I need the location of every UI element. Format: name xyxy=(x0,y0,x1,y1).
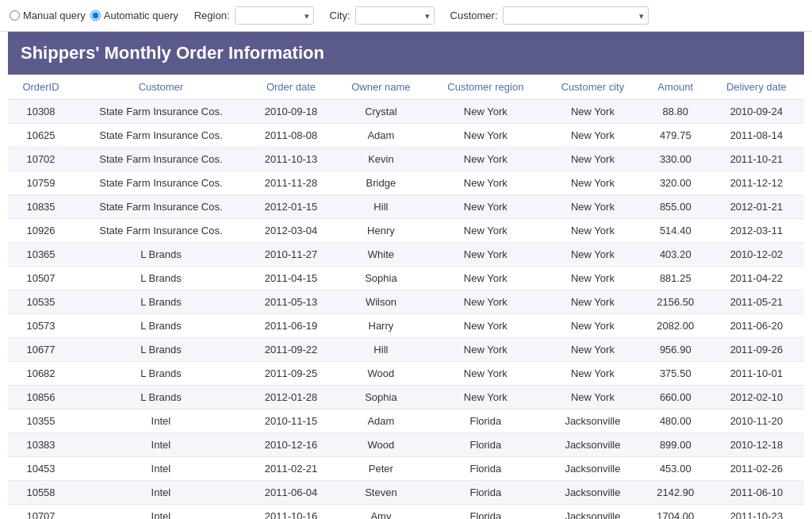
table-cell: Adam xyxy=(334,409,427,433)
manual-query-radio[interactable] xyxy=(10,10,20,21)
table-cell: New York xyxy=(543,243,642,267)
column-header: Owner name xyxy=(334,75,427,100)
table-cell: New York xyxy=(428,219,544,243)
table-cell: Jacksonville xyxy=(543,433,642,457)
table-cell: Amy xyxy=(334,505,427,520)
region-select-wrapper: New York Florida xyxy=(235,6,314,25)
table-cell: 2142.90 xyxy=(642,481,709,505)
table-cell: L Brands xyxy=(74,314,248,338)
city-select[interactable]: New York Jacksonville xyxy=(355,6,435,25)
table-cell: State Farm Insurance Cos. xyxy=(74,171,248,195)
region-select[interactable]: New York Florida xyxy=(235,6,314,25)
table-cell: 10759 xyxy=(8,171,74,195)
table-cell: State Farm Insurance Cos. xyxy=(74,148,248,171)
table-cell: Florida xyxy=(428,433,544,457)
table-cell: 2010-09-24 xyxy=(709,100,804,124)
table-cell: L Brands xyxy=(74,243,248,267)
table-cell: 514.40 xyxy=(642,219,709,243)
table-cell: 2011-09-26 xyxy=(709,338,804,362)
orders-table: OrderIDCustomerOrder dateOwner nameCusto… xyxy=(8,75,804,519)
table-cell: Sophia xyxy=(334,267,427,290)
table-cell: New York xyxy=(428,195,544,219)
table-row: 10625State Farm Insurance Cos.2011-08-08… xyxy=(8,124,804,148)
table-cell: Wilson xyxy=(334,290,427,314)
column-header: Customer xyxy=(74,75,248,100)
column-header: Order date xyxy=(248,75,334,100)
table-cell: 10453 xyxy=(8,457,74,481)
customer-group: Customer: State Farm Insurance Cos. L Br… xyxy=(450,6,649,25)
table-cell: New York xyxy=(543,338,642,362)
table-cell: Florida xyxy=(428,481,544,505)
table-cell: Intel xyxy=(74,505,248,520)
table-cell: Henry xyxy=(334,219,427,243)
city-label: City: xyxy=(330,10,350,21)
table-cell: Intel xyxy=(74,457,248,481)
region-group: Region: New York Florida xyxy=(194,6,314,25)
table-row: 10355Intel2010-11-15AdamFloridaJacksonvi… xyxy=(8,409,804,433)
table-cell: New York xyxy=(428,100,544,124)
automatic-query-radio[interactable] xyxy=(90,10,101,21)
customer-select-wrapper: State Farm Insurance Cos. L Brands Intel xyxy=(503,6,649,25)
table-cell: L Brands xyxy=(74,386,248,409)
table-cell: New York xyxy=(543,148,642,171)
main-container: Shippers' Monthly Order Information Orde… xyxy=(0,32,812,519)
table-cell: New York xyxy=(428,243,544,267)
table-cell: 330.00 xyxy=(642,148,709,171)
table-cell: 2011-06-10 xyxy=(709,481,804,505)
table-cell: 2010-11-27 xyxy=(248,243,334,267)
table-row: 10383Intel2010-12-16WoodFloridaJacksonvi… xyxy=(8,433,804,457)
manual-query-label[interactable]: Manual query xyxy=(10,10,86,21)
customer-select[interactable]: State Farm Insurance Cos. L Brands Intel xyxy=(503,6,649,25)
table-cell: New York xyxy=(428,267,544,290)
table-cell: 10535 xyxy=(8,290,74,314)
table-cell: 10558 xyxy=(8,481,74,505)
table-cell: 2011-05-13 xyxy=(248,290,334,314)
table-cell: L Brands xyxy=(74,338,248,362)
table-row: 10759State Farm Insurance Cos.2011-11-28… xyxy=(8,171,804,195)
table-row: 10507L Brands2011-04-15SophiaNew YorkNew… xyxy=(8,267,804,290)
table-row: 10365L Brands2010-11-27WhiteNew YorkNew … xyxy=(8,243,804,267)
table-cell: 320.00 xyxy=(642,171,709,195)
table-row: 10856L Brands2012-01-28SophiaNew YorkNew… xyxy=(8,386,804,409)
automatic-query-label[interactable]: Automatic query xyxy=(90,10,178,21)
table-cell: 10365 xyxy=(8,243,74,267)
table-cell: 10308 xyxy=(8,100,74,124)
table-cell: 2011-12-12 xyxy=(709,171,804,195)
table-cell: State Farm Insurance Cos. xyxy=(74,100,248,124)
table-cell: 2012-01-15 xyxy=(248,195,334,219)
table-cell: 479.75 xyxy=(642,124,709,148)
table-cell: 10682 xyxy=(8,362,74,386)
table-cell: 2011-10-01 xyxy=(709,362,804,386)
table-cell: 2011-09-22 xyxy=(248,338,334,362)
table-cell: 1704.00 xyxy=(642,505,709,520)
table-cell: 2011-10-21 xyxy=(709,148,804,171)
table-cell: 88.80 xyxy=(642,100,709,124)
table-cell: Jacksonville xyxy=(543,409,642,433)
table-cell: Jacksonville xyxy=(543,481,642,505)
table-cell: 10573 xyxy=(8,314,74,338)
table-cell: Crystal xyxy=(334,100,427,124)
table-cell: Intel xyxy=(74,409,248,433)
table-cell: 480.00 xyxy=(642,409,709,433)
table-cell: Steven xyxy=(334,481,427,505)
table-row: 10835State Farm Insurance Cos.2012-01-15… xyxy=(8,195,804,219)
table-cell: Jacksonville xyxy=(543,457,642,481)
table-cell: 2011-09-25 xyxy=(248,362,334,386)
table-cell: White xyxy=(334,243,427,267)
table-cell: 2011-05-21 xyxy=(709,290,804,314)
table-cell: 375.50 xyxy=(642,362,709,386)
table-cell: 2010-12-18 xyxy=(709,433,804,457)
table-cell: 10926 xyxy=(8,219,74,243)
region-label: Region: xyxy=(194,10,230,21)
table-cell: 2010-11-15 xyxy=(248,409,334,433)
table-cell: 10625 xyxy=(8,124,74,148)
table-cell: 2012-01-21 xyxy=(709,195,804,219)
header-row: OrderIDCustomerOrder dateOwner nameCusto… xyxy=(8,75,804,100)
table-cell: 2011-11-28 xyxy=(248,171,334,195)
table-cell: 2012-01-28 xyxy=(248,386,334,409)
table-cell: New York xyxy=(543,171,642,195)
column-header: Customer region xyxy=(428,75,544,100)
table-cell: L Brands xyxy=(74,290,248,314)
table-cell: 10835 xyxy=(8,195,74,219)
table-cell: New York xyxy=(543,267,642,290)
